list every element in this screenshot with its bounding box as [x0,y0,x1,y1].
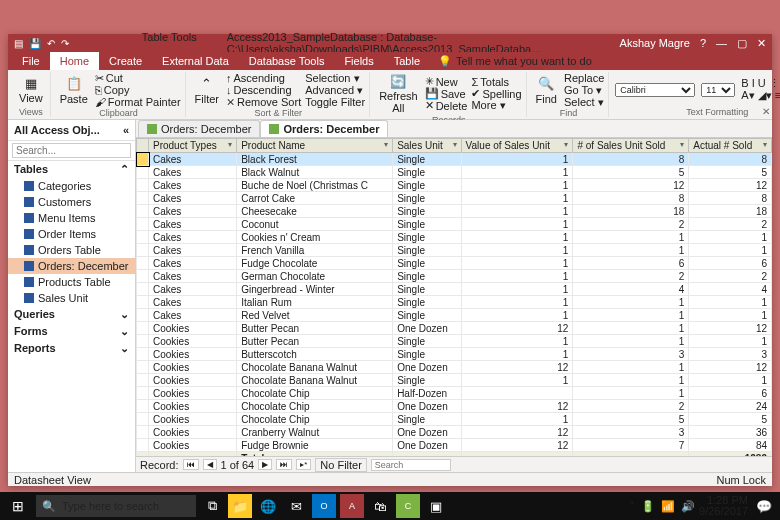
table-row[interactable]: CookiesFudge BrownieOne Dozen12784 [137,439,772,452]
nav-group-reports[interactable]: Reports [14,342,56,355]
tab-home[interactable]: Home [50,52,99,70]
save-button[interactable]: 💾Save [425,88,468,100]
new-button[interactable]: ✳New [425,76,468,88]
tab-file[interactable]: File [12,52,50,70]
nav-search-input[interactable] [12,143,131,158]
refresh-all-button[interactable]: 🔄Refresh All [376,72,421,115]
mail-icon[interactable]: ✉ [284,494,308,518]
chevron-up-icon[interactable]: ˄ [629,500,635,513]
column-header[interactable]: Product Types▾ [149,139,237,153]
totals-button[interactable]: Σ Totals [471,76,521,88]
table-row[interactable]: CookiesChocolate ChipHalf-Dozen16 [137,387,772,400]
next-record-button[interactable]: ▶ [258,459,272,470]
ascending-button[interactable]: ↑Ascending [226,72,301,84]
replace-button[interactable]: Replace [564,72,604,84]
tab-database-tools[interactable]: Database Tools [239,52,335,70]
table-row[interactable]: CookiesButterscotchSingle133 [137,348,772,361]
nav-item[interactable]: Categories [8,178,135,194]
paste-button[interactable]: 📋Paste [57,75,91,106]
filter-button[interactable]: ⌃Filter [192,75,222,106]
nav-item[interactable]: Orders Table [8,242,135,258]
redo-icon[interactable]: ↷ [61,38,69,49]
tell-me[interactable]: 💡Tell me what you want to do [430,52,600,70]
volume-icon[interactable]: 🔊 [681,500,695,513]
system-tray[interactable]: ˄ 🔋 📶 🔊 [629,500,695,513]
nav-item[interactable]: Menu Items [8,210,135,226]
doc-tab-2[interactable]: Orders: December [260,120,388,137]
explorer-icon[interactable]: 📁 [228,494,252,518]
toggle-filter-button[interactable]: Toggle Filter [305,96,365,108]
column-header[interactable]: Value of Sales Unit▾ [461,139,573,153]
remove-sort-button[interactable]: ⨯Remove Sort [226,96,301,108]
table-row[interactable]: CakesBlack WalnutSingle155 [137,166,772,179]
nav-item[interactable]: Customers [8,194,135,210]
table-row[interactable]: CookiesChocolate Banana WalnutSingle111 [137,374,772,387]
goto-button[interactable]: Go To ▾ [564,84,604,96]
table-row[interactable]: CakesGingerbread - WinterSingle144 [137,283,772,296]
text-align-row[interactable]: A▾ ◢▾ ≡ ≡ ≡ ▦▾ [741,90,780,102]
task-view-icon[interactable]: ⧉ [200,494,224,518]
cut-button[interactable]: ✂Cut [95,72,181,84]
table-row[interactable]: CookiesChocolate ChipOne Dozen12224 [137,400,772,413]
datasheet[interactable]: Product Types▾Product Name▾Sales Unit▾Va… [136,138,772,456]
delete-button[interactable]: ✕Delete [425,100,468,112]
table-row[interactable]: CakesBlack ForestSingle188 [137,153,772,166]
spelling-button[interactable]: ✔ Spelling [471,88,521,100]
format-painter-button[interactable]: 🖌Format Painter [95,96,181,108]
chevron-left-icon[interactable]: « [123,124,129,136]
prev-record-button[interactable]: ◀ [203,459,217,470]
table-row[interactable]: CakesCookies n' CreamSingle111 [137,231,772,244]
minimize-icon[interactable]: — [716,37,727,49]
column-header[interactable]: Sales Unit▾ [393,139,461,153]
advanced-button[interactable]: Advanced ▾ [305,84,365,96]
nav-item[interactable]: Products Table [8,274,135,290]
nav-item[interactable]: Orders: December [8,258,135,274]
tab-create[interactable]: Create [99,52,152,70]
taskbar-clock[interactable]: 1:28 PM 9/26/2017 [699,495,748,517]
help-icon[interactable]: ? [700,37,706,49]
table-row[interactable]: CakesRed VelvetSingle111 [137,309,772,322]
chrome-icon[interactable]: 🌐 [256,494,280,518]
camtasia-icon[interactable]: C [396,494,420,518]
view-button[interactable]: ▦View [16,74,46,105]
column-header[interactable]: Actual # Sold▾ [689,139,772,153]
store-icon[interactable]: 🛍 [368,494,392,518]
close-icon[interactable]: ✕ [757,37,766,50]
wifi-icon[interactable]: 📶 [661,500,675,513]
new-record-button[interactable]: ▸* [296,459,311,470]
first-record-button[interactable]: ⏮ [183,459,199,470]
save-icon[interactable]: 💾 [29,38,41,49]
record-search-input[interactable] [371,459,451,471]
table-row[interactable]: CakesFrench VanillaSingle111 [137,244,772,257]
doc-tab-1[interactable]: Orders: December [138,120,260,137]
undo-icon[interactable]: ↶ [47,38,55,49]
filter-status[interactable]: No Filter [315,458,367,472]
select-button[interactable]: Select ▾ [564,96,604,108]
taskbar-search[interactable]: 🔍Type here to search [36,495,196,517]
table-row[interactable]: CakesCarrot CakeSingle188 [137,192,772,205]
nav-item[interactable]: Sales Unit [8,290,135,306]
nav-group-forms[interactable]: Forms [14,325,48,338]
table-row[interactable]: CakesBuche de Noel (Christmas CSingle112… [137,179,772,192]
table-row[interactable]: CakesCheesecakeSingle11818 [137,205,772,218]
nav-group-tables[interactable]: Tables [14,163,48,176]
tab-external-data[interactable]: External Data [152,52,239,70]
text-style-row[interactable]: B I U ⋮≡ ≡ ▾ [741,78,780,90]
table-row[interactable]: CookiesChocolate ChipSingle155 [137,413,772,426]
table-row[interactable]: CakesCoconutSingle122 [137,218,772,231]
outlook-icon[interactable]: O [312,494,336,518]
table-row[interactable]: CakesItalian RumSingle111 [137,296,772,309]
table-row[interactable]: CakesFudge ChocolateSingle166 [137,257,772,270]
nav-group-queries[interactable]: Queries [14,308,55,321]
collapse-icon[interactable]: ⌃ [120,163,129,176]
more-button[interactable]: More ▾ [471,100,521,112]
nav-item[interactable]: Order Items [8,226,135,242]
table-row[interactable]: CookiesChocolate Banana WalnutOne Dozen1… [137,361,772,374]
descending-button[interactable]: ↓Descending [226,84,301,96]
app-icon[interactable]: ▣ [424,494,448,518]
font-size-select[interactable]: 11 [701,83,735,97]
maximize-icon[interactable]: ▢ [737,37,747,50]
column-header[interactable]: # of Sales Unit Sold▾ [573,139,689,153]
selection-button[interactable]: Selection ▾ [305,72,365,84]
start-button[interactable]: ⊞ [4,494,32,518]
